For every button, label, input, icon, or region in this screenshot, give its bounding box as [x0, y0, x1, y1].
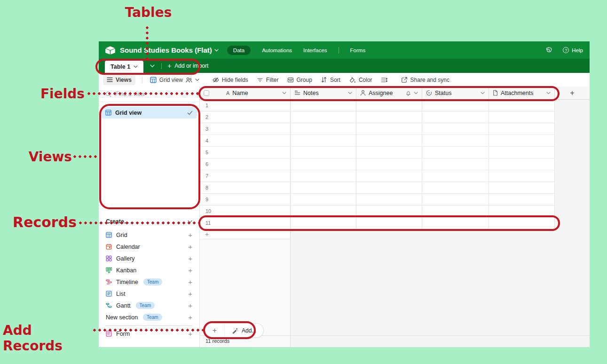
- plus-icon[interactable]: +: [188, 313, 192, 321]
- cell[interactable]: [291, 147, 356, 158]
- cell[interactable]: [422, 147, 489, 158]
- cell[interactable]: [422, 170, 489, 182]
- cell[interactable]: [356, 182, 422, 193]
- create-new-section[interactable]: New section Team +: [99, 311, 199, 323]
- table-row[interactable]: 9: [200, 194, 555, 206]
- cell[interactable]: [356, 158, 422, 170]
- cell[interactable]: [356, 100, 422, 111]
- cell[interactable]: [356, 135, 422, 146]
- cell[interactable]: [489, 123, 555, 135]
- cell[interactable]: [422, 158, 489, 170]
- filter-button[interactable]: Filter: [253, 75, 283, 85]
- add-with-ai-button[interactable]: Add...: [225, 327, 263, 334]
- tab-automations[interactable]: Automations: [262, 47, 292, 53]
- history-icon[interactable]: [545, 47, 552, 54]
- plus-icon[interactable]: +: [188, 254, 192, 262]
- plus-icon[interactable]: +: [188, 301, 192, 309]
- add-record-button[interactable]: +: [205, 324, 225, 337]
- share-and-sync-button[interactable]: Share and sync: [397, 75, 453, 85]
- create-form-view[interactable]: Form +: [99, 328, 199, 340]
- field-header-notes[interactable]: Notes: [291, 87, 356, 99]
- table-tab-table1[interactable]: Table 1: [105, 61, 143, 73]
- create-list-view[interactable]: List +: [99, 288, 199, 300]
- cell[interactable]: [422, 206, 489, 217]
- cell[interactable]: [489, 206, 555, 217]
- cell[interactable]: [291, 170, 356, 182]
- table-list-dropdown[interactable]: [143, 64, 161, 68]
- chevron-down-icon[interactable]: [546, 92, 551, 95]
- chevron-down-icon[interactable]: [414, 92, 418, 95]
- table-row[interactable]: 1: [200, 100, 555, 111]
- search-input[interactable]: [115, 91, 193, 97]
- cell[interactable]: [489, 217, 555, 229]
- cell[interactable]: [356, 206, 422, 217]
- cell[interactable]: [489, 135, 555, 146]
- create-grid-view[interactable]: Grid +: [99, 229, 199, 241]
- field-header-status[interactable]: Status: [422, 87, 489, 99]
- table-row[interactable]: 5: [200, 147, 555, 158]
- plus-icon[interactable]: +: [188, 290, 192, 298]
- create-header[interactable]: Create...: [99, 215, 199, 228]
- table-row[interactable]: 11: [200, 217, 555, 229]
- cell[interactable]: [356, 147, 422, 158]
- cell[interactable]: [291, 158, 356, 170]
- create-kanban-view[interactable]: Kanban +: [99, 264, 199, 276]
- cell[interactable]: [489, 158, 555, 170]
- cell[interactable]: [422, 100, 489, 111]
- table-row[interactable]: 2: [200, 111, 555, 123]
- cell[interactable]: [356, 123, 422, 135]
- cell[interactable]: [422, 182, 489, 193]
- cell[interactable]: [291, 217, 356, 229]
- table-row[interactable]: 7: [200, 170, 555, 182]
- group-button[interactable]: Group: [284, 75, 316, 85]
- create-gallery-view[interactable]: Gallery +: [99, 253, 199, 264]
- plus-icon[interactable]: +: [188, 278, 192, 286]
- hide-fields-button[interactable]: Hide fields: [209, 75, 252, 85]
- field-header-assignee[interactable]: Assignee: [356, 87, 422, 99]
- add-row-button[interactable]: +: [200, 229, 291, 239]
- cell[interactable]: [291, 182, 356, 193]
- table-row[interactable]: 8: [200, 182, 555, 194]
- table-row[interactable]: 10: [200, 206, 555, 217]
- help-button[interactable]: ? Help: [563, 47, 583, 53]
- create-timeline-view[interactable]: Timeline Team +: [99, 276, 199, 288]
- cell[interactable]: [489, 111, 555, 123]
- cell[interactable]: [489, 194, 555, 205]
- cell[interactable]: [356, 170, 422, 182]
- cell[interactable]: [489, 170, 555, 182]
- field-header-name[interactable]: A Name: [200, 87, 291, 99]
- add-field-button[interactable]: +: [555, 87, 590, 99]
- cell[interactable]: [422, 111, 489, 123]
- cell[interactable]: [422, 217, 489, 229]
- cell[interactable]: [422, 194, 489, 205]
- cell[interactable]: [291, 100, 356, 111]
- cell[interactable]: [356, 111, 422, 123]
- create-gantt-view[interactable]: Gantt Team +: [99, 300, 199, 311]
- tab-data[interactable]: Data: [227, 46, 251, 55]
- cell[interactable]: [291, 135, 356, 146]
- sidebar-item-grid-view[interactable]: Grid view: [101, 107, 197, 119]
- plus-icon[interactable]: +: [188, 266, 192, 274]
- cell[interactable]: [291, 111, 356, 123]
- tab-forms[interactable]: Forms: [350, 47, 366, 53]
- add-or-import-button[interactable]: + Add or import: [162, 63, 214, 69]
- base-title[interactable]: Sound Studies Books (Flat): [120, 46, 212, 54]
- field-header-attachments[interactable]: Attachments: [489, 87, 555, 99]
- row-height-button[interactable]: [377, 75, 392, 85]
- chevron-down-icon[interactable]: [282, 92, 286, 95]
- plus-icon[interactable]: +: [188, 231, 192, 239]
- chevron-down-icon[interactable]: [481, 92, 485, 95]
- table-row[interactable]: 6: [200, 158, 555, 170]
- find-view-search[interactable]: [99, 87, 199, 102]
- cell[interactable]: [422, 135, 489, 146]
- cell[interactable]: [489, 147, 555, 158]
- tab-interfaces[interactable]: Interfaces: [303, 47, 327, 53]
- table-row[interactable]: 3: [200, 123, 555, 135]
- base-title-chevron-icon[interactable]: [214, 49, 219, 52]
- table-row[interactable]: 4: [200, 135, 555, 147]
- select-all-checkbox[interactable]: [204, 90, 209, 96]
- plus-icon[interactable]: +: [188, 330, 192, 338]
- views-sidebar-toggle[interactable]: Views: [103, 75, 135, 85]
- grid-view-switcher[interactable]: Grid view: [146, 75, 203, 85]
- bell-icon[interactable]: [406, 90, 411, 96]
